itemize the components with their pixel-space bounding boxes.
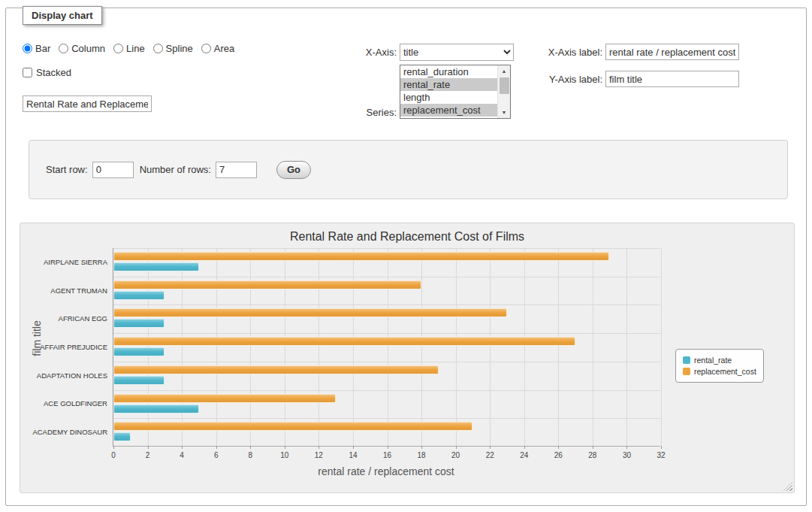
- chart-type-option-column[interactable]: Column: [59, 43, 105, 54]
- category-label: AIRPLANE SIERRA: [25, 258, 107, 266]
- category-label: AFRICAN EGG: [25, 314, 107, 323]
- bar-replacement_cost: [113, 252, 609, 261]
- bar-rental_rate: [113, 291, 165, 300]
- series-option-rental_duration[interactable]: rental_duration: [400, 65, 497, 78]
- category-label: ACADEMY DINOSAUR: [25, 428, 107, 436]
- x-axis-tick: [421, 446, 422, 449]
- legend-item-label: rental_rate: [694, 356, 732, 365]
- gridline-vertical: [661, 248, 662, 446]
- x-axis-tick-label: 14: [342, 451, 364, 459]
- x-axis-tick: [524, 446, 525, 449]
- category-label: AFFAIR PREJUDICE: [25, 343, 107, 351]
- gridline-vertical: [216, 248, 217, 446]
- x-axis-tick: [148, 446, 149, 449]
- x-axis-title: rental rate / replacement cost: [318, 465, 454, 477]
- chart-type-option-label: Bar: [35, 43, 50, 54]
- legend-swatch-icon: [683, 368, 690, 375]
- stacked-checkbox[interactable]: [23, 68, 32, 77]
- chart-title-input[interactable]: [23, 95, 152, 112]
- chart-type-option-area[interactable]: Area: [201, 43, 234, 54]
- scrollbar-thumb[interactable]: [500, 77, 509, 94]
- bar-replacement_cost: [113, 308, 507, 317]
- bar-rental_rate: [113, 319, 165, 328]
- series-option-length[interactable]: length: [400, 91, 497, 104]
- bar-rental_rate: [113, 262, 199, 271]
- x-axis-tick-label: 2: [137, 451, 159, 459]
- x-axis-tick: [182, 446, 183, 449]
- bar-replacement_cost: [113, 394, 336, 403]
- x-axis-tick-label: 12: [307, 451, 330, 459]
- series-listbox-scrollbar[interactable]: ▲ ▼: [497, 65, 510, 118]
- chart-type-option-spline[interactable]: Spline: [153, 43, 193, 54]
- x-axis-tick: [626, 446, 627, 449]
- series-option-rental_rate[interactable]: rental_rate: [400, 78, 497, 91]
- chart-type-radio-area[interactable]: [201, 44, 211, 53]
- stacked-option[interactable]: Stacked: [23, 67, 71, 78]
- gridline-vertical: [524, 248, 525, 446]
- bar-rental_rate: [113, 404, 199, 414]
- x-axis-tick-label: 20: [445, 451, 467, 459]
- num-rows-input[interactable]: [216, 162, 257, 178]
- x-axis-tick-label: 32: [650, 451, 672, 459]
- chart-type-option-line[interactable]: Line: [113, 43, 145, 54]
- scroll-up-arrow-icon[interactable]: ▲: [498, 65, 510, 77]
- x-axis-tick-label: 4: [171, 451, 193, 459]
- x-axis-tick: [318, 446, 319, 449]
- start-row-label: Start row:: [46, 164, 88, 175]
- y-axis-label-label: Y-Axis label:: [530, 74, 602, 85]
- x-axis-select[interactable]: title: [400, 44, 514, 61]
- category-label: ACE GOLDFINGER: [25, 399, 107, 407]
- start-row-input[interactable]: [92, 162, 134, 178]
- bar-replacement_cost: [113, 422, 472, 431]
- x-axis-tick: [490, 446, 491, 449]
- chart-title: Rental Rate and Replacement Cost of Film…: [20, 230, 794, 244]
- x-axis-tick: [113, 446, 114, 449]
- chart-type-option-label: Column: [71, 43, 105, 54]
- rows-panel: Start row: Number of rows: Go: [29, 140, 788, 199]
- chart-type-radio-spline[interactable]: [153, 44, 163, 53]
- resize-handle-icon[interactable]: [783, 482, 792, 491]
- x-axis-tick-label: 0: [102, 451, 125, 459]
- gridline-vertical: [558, 248, 559, 446]
- chart-legend: rental_ratereplacement_cost: [675, 349, 764, 383]
- scroll-down-arrow-icon[interactable]: ▼: [498, 107, 510, 118]
- series-select-label: Series:: [321, 107, 397, 118]
- x-axis-tick-label: 18: [410, 451, 433, 459]
- x-axis-tick-label: 6: [205, 451, 228, 459]
- chart-type-option-bar[interactable]: Bar: [23, 43, 50, 54]
- gridline-vertical: [250, 248, 251, 446]
- x-axis-tick: [388, 446, 388, 449]
- chart-type-radio-line[interactable]: [113, 44, 123, 53]
- legend-item-label: replacement_cost: [694, 367, 756, 376]
- chart-type-option-label: Area: [214, 43, 234, 54]
- x-axis-tick-label: 24: [513, 451, 536, 459]
- chart-type-radio-bar[interactable]: [23, 44, 32, 53]
- x-axis-label-input[interactable]: [605, 44, 739, 60]
- num-rows-label: Number of rows:: [140, 164, 211, 175]
- series-option-replacement_cost[interactable]: replacement_cost: [400, 104, 497, 117]
- category-label: ADAPTATION HOLES: [25, 371, 107, 380]
- x-axis-label-label: X-Axis label:: [530, 47, 602, 58]
- x-axis-tick-label: 8: [239, 451, 261, 459]
- x-axis-select-label: X-Axis:: [321, 47, 397, 58]
- plot-area: 02468101214161820222426283032AIRPLANE SI…: [113, 248, 660, 447]
- gridline-vertical: [318, 248, 319, 446]
- chart-type-radio-column[interactable]: [59, 44, 68, 53]
- legend-item-rental_rate[interactable]: rental_rate: [683, 356, 756, 365]
- bar-rental_rate: [113, 376, 165, 385]
- series-options-list: rental_durationrental_ratelengthreplacem…: [400, 65, 497, 117]
- gridline-vertical: [490, 248, 491, 446]
- category-label: AGENT TRUMAN: [25, 286, 107, 295]
- chart-panel: Rental Rate and Replacement Cost of Film…: [20, 223, 795, 493]
- y-axis-label-input[interactable]: [605, 71, 739, 87]
- chart-type-option-label: Line: [126, 43, 145, 54]
- panel-title: Display chart: [23, 6, 102, 25]
- series-listbox[interactable]: rental_durationrental_ratelengthreplacem…: [400, 65, 511, 119]
- legend-item-replacement_cost[interactable]: replacement_cost: [683, 367, 756, 376]
- gridline-vertical: [593, 248, 593, 446]
- x-axis-tick: [456, 446, 457, 449]
- x-axis-tick: [285, 446, 285, 449]
- go-button[interactable]: Go: [276, 161, 311, 179]
- gridline-vertical: [388, 248, 388, 446]
- stacked-label: Stacked: [36, 67, 71, 78]
